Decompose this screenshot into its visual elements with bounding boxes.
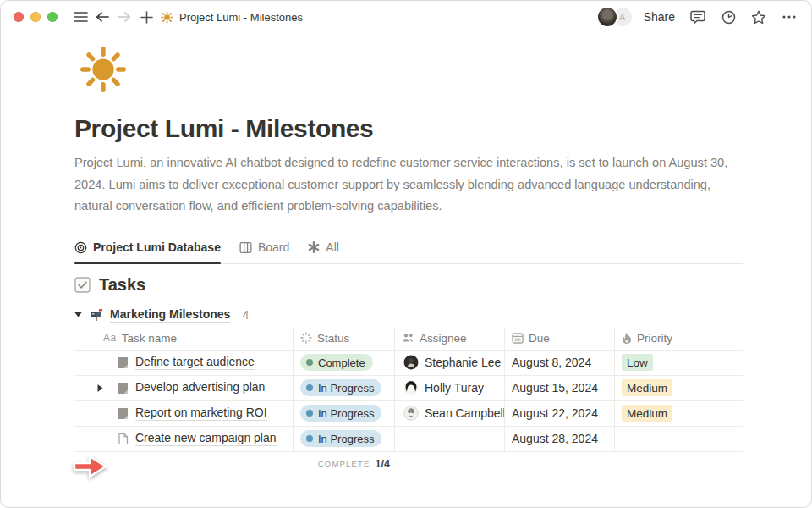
table-row[interactable]: Create new campaign plan In Progress Aug… [74,427,743,452]
tab-all[interactable]: All [308,240,339,263]
assignee-cell[interactable]: Holly Turay [395,376,505,401]
assignee-avatar [403,406,419,421]
task-cell[interactable]: Define target audience [74,351,294,376]
assignee-name: Holly Turay [425,381,484,395]
status-cell[interactable]: In Progress [294,376,395,401]
column-header-task-name[interactable]: Aa Task name [74,327,294,351]
tasks-heading-row: Tasks [74,275,743,295]
group-count: 4 [242,308,249,322]
status-dot [306,384,313,391]
arrow-right-icon [118,11,131,23]
status-cell[interactable]: Complete [294,351,395,376]
due-cell[interactable]: August 28, 2024 [505,427,615,452]
group-name[interactable]: Marketing Milestones [110,307,230,323]
tasks-table: Aa Task name Status Assignee [74,327,743,476]
collaborator-avatars[interactable]: A [596,6,632,28]
status-pill: Complete [300,354,373,371]
task-cell[interactable]: Report on marketing ROI [74,401,294,427]
sun-icon-small [161,11,173,24]
due-cell[interactable]: August 8, 2024 [505,351,615,376]
table-body: Define target audience Complete Stephani… [74,351,743,452]
assignee-cell[interactable]: Sean Campbell [395,401,505,427]
page-description: Project Lumi, an innovative AI chatbot d… [74,152,744,218]
forward-button[interactable] [113,6,135,28]
expand-toggle-icon[interactable] [97,384,103,392]
task-cell[interactable]: Develop advertising plan [74,376,294,401]
more-button[interactable] [778,6,800,28]
checkbox-icon [74,277,91,293]
task-title[interactable]: Define target audience [135,355,255,370]
status-pill: In Progress [300,430,381,447]
arrow-left-icon [96,11,109,23]
group-header[interactable]: Marketing Milestones 4 [74,307,743,323]
due-cell[interactable]: August 15, 2024 [505,376,615,401]
sidebar-menu-button[interactable] [69,6,91,28]
task-title[interactable]: Report on marketing ROI [135,406,267,421]
assignee-name: Sean Campbell [425,406,505,420]
tab-board[interactable]: Board [239,240,289,263]
task-title[interactable]: Create new campaign plan [135,431,277,446]
calc-value: 1/4 [376,458,390,470]
window-title: Project Lumi - Milestones [179,11,303,24]
people-icon [402,333,414,343]
page-content: Project Lumi - Milestones Project Lumi, … [0,46,743,476]
tasks-heading: Tasks [99,275,145,295]
fullscreen-window-button[interactable] [47,12,58,22]
status-calculation[interactable]: COMPLETE 1/4 [294,452,395,476]
page-filled-icon [117,356,129,369]
table-row[interactable]: Develop advertising plan In Progress Hol… [74,376,743,401]
collapse-toggle-icon[interactable] [74,312,83,318]
column-header-status[interactable]: Status [294,327,395,351]
pointer-arrow [71,453,110,480]
star-icon [751,10,766,25]
status-cell[interactable]: In Progress [294,427,395,452]
mailbox-icon [90,308,103,322]
assignee-avatar [403,380,419,395]
updates-button[interactable] [717,6,739,28]
table-header-row: Aa Task name Status Assignee [74,327,743,351]
table-row[interactable]: Report on marketing ROI In Progress Sean… [74,401,743,427]
window-topbar: Project Lumi - Milestones A Share [0,0,812,34]
view-tabs: Project Lumi Database Board All [74,240,743,264]
column-header-assignee[interactable]: Assignee [395,327,505,351]
column-header-priority[interactable]: Priority [615,327,743,351]
back-button[interactable] [91,6,113,28]
status-dot [306,359,313,366]
task-cell[interactable]: Create new campaign plan [74,427,294,452]
traffic-lights [14,12,58,22]
task-title[interactable]: Develop advertising plan [135,380,265,395]
assignee-cell[interactable] [395,427,505,452]
priority-tag: Medium [622,405,672,422]
close-window-button[interactable] [14,12,24,22]
target-icon [74,241,87,254]
new-page-button[interactable] [135,6,157,28]
due-cell[interactable]: August 22, 2024 [505,401,615,427]
table-row[interactable]: Define target audience Complete Stephani… [74,351,743,376]
column-header-due[interactable]: Due [505,327,615,351]
page-filled-icon [117,382,129,395]
app-window: Project Lumi - Milestones A Share [0,0,812,508]
tab-label: Board [258,240,289,254]
asterisk-icon [308,241,320,253]
priority-cell[interactable]: Medium [615,401,743,427]
priority-cell[interactable]: Medium [615,376,743,401]
minimize-window-button[interactable] [30,12,41,22]
share-button[interactable]: Share [640,8,678,25]
page-sun-icon[interactable] [80,46,127,93]
due-date: August 8, 2024 [512,356,591,369]
clock-icon [721,10,736,25]
assignee-name: Stephanie Lee [425,356,501,369]
status-cell[interactable]: In Progress [294,401,395,427]
assignee-cell[interactable]: Stephanie Lee [395,351,505,376]
flame-icon [622,332,632,344]
priority-cell[interactable]: Low [615,351,743,376]
ellipsis-icon [782,15,796,19]
breadcrumb[interactable]: Project Lumi - Milestones [161,11,303,24]
status-dot [306,435,313,442]
comments-button[interactable] [687,6,709,28]
tab-project-lumi-database[interactable]: Project Lumi Database [74,240,221,263]
favorite-button[interactable] [748,6,770,28]
priority-cell[interactable] [615,427,743,452]
due-date: August 22, 2024 [512,406,598,420]
user-avatar [596,6,618,28]
